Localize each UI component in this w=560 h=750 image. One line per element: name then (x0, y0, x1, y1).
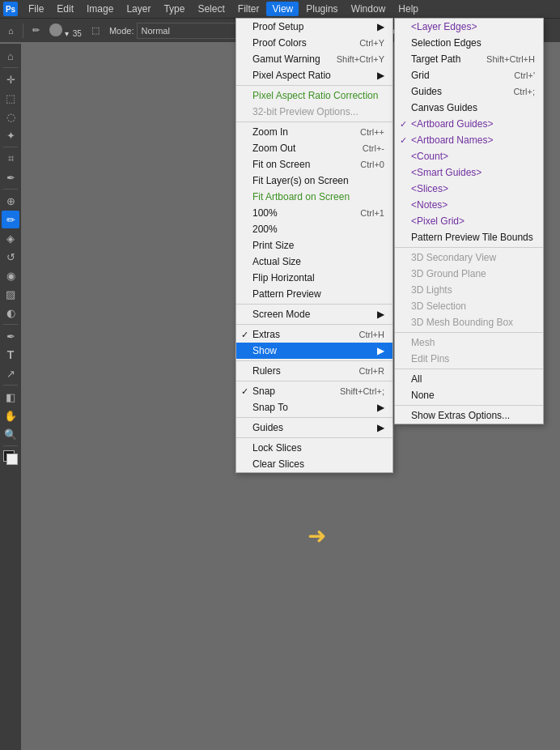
menu-guides[interactable]: Guides ▶ (236, 420, 392, 436)
menu-proof-colors[interactable]: Proof Colors Ctrl+Y (236, 35, 392, 51)
menu-print-size[interactable]: Print Size (236, 237, 392, 254)
menu-fit-layers[interactable]: Fit Layer(s) on Screen (236, 173, 392, 189)
menu-zoom-in[interactable]: Zoom In Ctrl++ (236, 124, 392, 140)
tool-healing[interactable]: ⊕ (2, 192, 19, 210)
artboard-names-label: <Artboard Names> (411, 134, 493, 146)
proof-setup-arrow: ▶ (369, 21, 384, 32)
tool-move[interactable]: ✛ (2, 70, 19, 88)
menu-window[interactable]: Window (346, 2, 392, 16)
menu-fit-on-screen[interactable]: Fit on Screen Ctrl+0 (236, 156, 392, 173)
tool-magic-wand[interactable]: ✦ (2, 126, 19, 144)
show-guides[interactable]: Guides Ctrl+; (395, 83, 543, 100)
show-pattern-preview-tile-bounds[interactable]: Pattern Preview Tile Bounds (395, 229, 543, 245)
proof-setup-label: Proof Setup (252, 21, 303, 32)
view-menu-dropdown: Proof Setup ▶ Proof Colors Ctrl+Y Gamut … (235, 18, 393, 473)
menu-image[interactable]: Image (81, 2, 119, 16)
menu-select[interactable]: Select (192, 2, 230, 16)
tool-home[interactable]: ⌂ (2, 47, 19, 65)
menu-snap[interactable]: Snap Shift+Ctrl+; (236, 383, 392, 399)
tool-pen[interactable]: ✒ (2, 327, 19, 345)
tool-stamp[interactable]: ◈ (2, 229, 19, 247)
show-count[interactable]: <Count> (395, 148, 543, 164)
show-pixel-grid[interactable]: <Pixel Grid> (395, 213, 543, 229)
show-selection-edges[interactable]: Selection Edges (395, 35, 543, 51)
tool-eyedropper[interactable]: ✒ (2, 168, 19, 186)
menu-actual-size[interactable]: Actual Size (236, 254, 392, 270)
menu-help[interactable]: Help (392, 2, 424, 16)
tool-zoom[interactable]: 🔍 (2, 425, 19, 443)
menu-view[interactable]: View (266, 2, 299, 16)
show-3d-secondary-view[interactable]: 3D Secondary View (395, 249, 543, 266)
3d-ground-plane-label: 3D Ground Plane (411, 268, 486, 279)
menu-file[interactable]: File (23, 2, 49, 16)
brush-style-icon[interactable]: ⬚ (88, 23, 103, 37)
menu-proof-setup[interactable]: Proof Setup ▶ (236, 19, 392, 35)
tool-marquee[interactable]: ⬚ (2, 89, 19, 107)
show-none[interactable]: None (395, 387, 543, 403)
brush-options[interactable]: ▾ 35 (46, 22, 85, 40)
show-extras-options[interactable]: Show Extras Options... (395, 407, 543, 424)
show-smart-guides[interactable]: <Smart Guides> (395, 164, 543, 181)
menu-layer[interactable]: Layer (121, 2, 156, 16)
snap-label: Snap (252, 386, 275, 397)
menu-fit-artboard[interactable]: Fit Artboard on Screen (236, 189, 392, 205)
menu-screen-mode[interactable]: Screen Mode ▶ (236, 306, 392, 322)
tool-dodge[interactable]: ◐ (2, 304, 19, 322)
tool-crop[interactable]: ⌗ (2, 150, 19, 168)
home-icon[interactable]: ⌂ (5, 24, 17, 37)
show-edit-pins[interactable]: Edit Pins (395, 351, 543, 367)
menu-plugins[interactable]: Plugins (300, 2, 343, 16)
tool-path-select[interactable]: ↗ (2, 364, 19, 382)
show-3d-lights[interactable]: 3D Lights (395, 282, 543, 298)
target-path-label: Target Path (411, 53, 460, 65)
show-3d-mesh-bounding-box[interactable]: 3D Mesh Bounding Box (395, 314, 543, 330)
tool-lasso[interactable]: ◌ (2, 108, 19, 126)
menu-32bit-preview[interactable]: 32-bit Preview Options... (236, 104, 392, 120)
show-slices[interactable]: <Slices> (395, 181, 543, 197)
menu-filter[interactable]: Filter (232, 2, 265, 16)
show-3d-ground-plane[interactable]: 3D Ground Plane (395, 266, 543, 282)
tool-hand[interactable]: ✋ (2, 407, 19, 424)
fit-on-screen-label: Fit on Screen (252, 159, 310, 170)
gamut-warning-shortcut: Shift+Ctrl+Y (320, 54, 384, 64)
tool-gradient[interactable]: ▨ (2, 285, 19, 303)
menu-200[interactable]: 200% (236, 221, 392, 237)
menu-pixel-aspect-ratio[interactable]: Pixel Aspect Ratio ▶ (236, 67, 392, 83)
tool-foreground[interactable] (2, 449, 19, 467)
sep-6 (236, 381, 392, 381)
show-layer-edges[interactable]: <Layer Edges> (395, 19, 543, 35)
tool-type[interactable]: T (2, 346, 19, 364)
show-notes[interactable]: <Notes> (395, 197, 543, 213)
menu-pixel-aspect-correction[interactable]: Pixel Aspect Ratio Correction (236, 87, 392, 104)
show-label: Show (252, 345, 277, 356)
show-grid[interactable]: Grid Ctrl+' (395, 67, 543, 83)
menu-pattern-preview[interactable]: Pattern Preview (236, 286, 392, 302)
menu-rulers[interactable]: Rulers Ctrl+R (236, 363, 392, 379)
menu-zoom-out[interactable]: Zoom Out Ctrl+- (236, 140, 392, 156)
menu-flip-horizontal[interactable]: Flip Horizontal (236, 270, 392, 286)
show-all[interactable]: All (395, 371, 543, 387)
tool-shape[interactable]: ◧ (2, 388, 19, 406)
show-artboard-names[interactable]: <Artboard Names> (395, 132, 543, 148)
menu-show[interactable]: Show ▶ (236, 343, 392, 359)
brush-icon[interactable]: ✏ (29, 23, 43, 37)
grid-label: Grid (411, 70, 430, 81)
tool-eraser[interactable]: ◉ (2, 266, 19, 284)
menu-gamut-warning[interactable]: Gamut Warning Shift+Ctrl+Y (236, 51, 392, 67)
menu-lock-slices[interactable]: Lock Slices (236, 440, 392, 456)
show-mesh[interactable]: Mesh (395, 335, 543, 351)
menu-edit[interactable]: Edit (51, 2, 79, 16)
show-canvas-guides[interactable]: Canvas Guides (395, 100, 543, 116)
tool-history[interactable]: ↺ (2, 248, 19, 266)
show-3d-selection[interactable]: 3D Selection (395, 298, 543, 314)
show-target-path[interactable]: Target Path Shift+Ctrl+H (395, 51, 543, 67)
menu-clear-slices[interactable]: Clear Slices (236, 456, 392, 472)
show-artboard-guides[interactable]: <Artboard Guides> (395, 116, 543, 132)
pixel-grid-arrow: ➜ (308, 522, 326, 549)
menu-100[interactable]: 100% Ctrl+1 (236, 205, 392, 221)
menu-extras[interactable]: Extras Ctrl+H (236, 326, 392, 343)
menu-snap-to[interactable]: Snap To ▶ (236, 399, 392, 415)
all-label: All (411, 373, 422, 385)
tool-brush[interactable]: ✏ (2, 211, 19, 228)
menu-type[interactable]: Type (158, 2, 190, 16)
